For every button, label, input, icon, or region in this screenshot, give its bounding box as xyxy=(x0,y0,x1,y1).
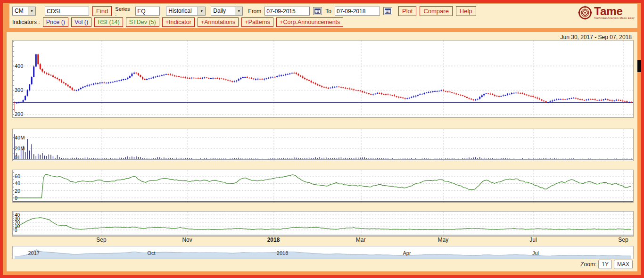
x-axis-label: May xyxy=(438,237,449,243)
x-axis-label: Sep xyxy=(96,237,106,243)
tame-logo-wordmark: Tame Technical Analysis Made Easy xyxy=(594,6,635,19)
help-button[interactable]: Help xyxy=(456,6,476,16)
y-tick-label: 20M xyxy=(15,146,25,151)
toolbar-row-primary: CM ▼ Find Series : Historical ▼ Daily ▼ … xyxy=(12,6,476,16)
period-select-value: Daily xyxy=(211,7,235,15)
stdev-panel-canvas[interactable]: 010203040 xyxy=(13,212,633,236)
compare-button[interactable]: Compare xyxy=(420,6,452,16)
x-axis-label: 2018 xyxy=(267,237,280,243)
toolbar-row-indicators: Indicators : Price () Vol () RSI (14) ST… xyxy=(12,17,343,27)
to-calendar-button[interactable] xyxy=(383,7,392,15)
x-axis-label: Jul xyxy=(529,237,537,243)
to-label: To xyxy=(325,8,331,15)
stdev-indicator-button[interactable]: STDev (5) xyxy=(126,17,159,27)
y-tick-label: 40M xyxy=(15,135,25,140)
tame-logo-subtitle: Technical Analysis Made Easy xyxy=(594,16,635,19)
mode-select-value: Historical xyxy=(166,7,198,15)
y-tick-label: 400 xyxy=(15,63,23,69)
market-select[interactable]: CM ▼ xyxy=(12,7,36,16)
nav-panel-canvas[interactable] xyxy=(13,246,633,259)
navigator-label: Jul xyxy=(532,250,539,256)
from-label: From xyxy=(248,8,261,15)
volume-chart-panel[interactable]: 020M40M xyxy=(12,129,634,161)
rsi-chart-panel[interactable]: 0204060 xyxy=(12,170,634,203)
xaxis-labels: SepNov2018MarMayJulSep xyxy=(12,237,633,244)
symbol-input[interactable] xyxy=(45,7,89,16)
plot-button[interactable]: Plot xyxy=(398,6,416,16)
add-annotations-button[interactable]: +Annotations xyxy=(198,17,239,27)
series-input[interactable] xyxy=(135,7,160,16)
add-patterns-button[interactable]: +Patterns xyxy=(241,17,273,27)
tame-logo: Tame Technical Analysis Made Easy xyxy=(578,5,635,20)
from-calendar-button[interactable] xyxy=(313,7,322,15)
zoom-max-button[interactable]: MAX xyxy=(614,260,633,269)
app-frame: CM ▼ Find Series : Historical ▼ Daily ▼ … xyxy=(0,0,644,278)
main-toolbar: CM ▼ Find Series : Historical ▼ Daily ▼ … xyxy=(9,4,637,28)
mode-select[interactable]: Historical ▼ xyxy=(166,7,206,16)
indicators-label: Indicators : xyxy=(12,19,40,25)
vol-indicator-button[interactable]: Vol () xyxy=(71,17,91,27)
y-tick-label: 20 xyxy=(15,188,20,194)
price-indicator-button[interactable]: Price () xyxy=(43,17,68,27)
x-axis-label: Mar xyxy=(356,237,366,243)
price-chart-panel[interactable]: 200300400 xyxy=(12,40,634,118)
date-range-label: Jun 30, 2017 - Sep 07, 2018 xyxy=(561,34,632,41)
navigator-label: 2018 xyxy=(277,250,288,256)
price-panel-canvas[interactable]: 200300400 xyxy=(13,41,633,117)
y-tick-label: 300 xyxy=(15,87,23,93)
calendar-icon xyxy=(385,8,391,14)
navigator-label: Oct xyxy=(147,250,155,256)
y-tick-label: 0 xyxy=(15,195,17,201)
stdev-chart-panel[interactable]: 010203040 xyxy=(12,211,634,237)
volume-panel-canvas[interactable]: 020M40M xyxy=(13,129,633,161)
y-tick-label: 40 xyxy=(15,180,20,186)
zoom-controls: Zoom: 1Y MAX xyxy=(580,260,633,269)
chevron-down-icon[interactable]: ▼ xyxy=(28,7,35,15)
calendar-icon xyxy=(314,8,321,14)
navigator-label: 2017 xyxy=(28,250,39,256)
add-corp-announcements-button[interactable]: +Corp.Announcements xyxy=(276,17,343,27)
from-date-input[interactable] xyxy=(264,7,310,16)
y-tick-label: 40 xyxy=(15,213,20,218)
rsi-panel-canvas[interactable]: 0204060 xyxy=(13,170,633,202)
series-label: Series : xyxy=(115,7,132,16)
zoom-label: Zoom: xyxy=(580,261,596,268)
navigator-panel[interactable]: 2017Oct2018AprJul xyxy=(12,246,634,259)
chevron-down-icon[interactable]: ▼ xyxy=(235,7,242,15)
period-select[interactable]: Daily ▼ xyxy=(211,7,243,16)
x-axis-label: Sep xyxy=(618,237,628,243)
x-axis-label: Nov xyxy=(182,237,192,243)
y-tick-label: 200 xyxy=(15,111,23,117)
zoom-1y-button[interactable]: 1Y xyxy=(598,260,612,269)
scrollbar-thumb[interactable] xyxy=(637,60,643,72)
y-tick-label: 0 xyxy=(15,155,17,160)
tame-logo-text: Tame xyxy=(594,6,635,16)
find-button[interactable]: Find xyxy=(92,6,112,16)
navigator-label: Apr xyxy=(403,250,411,256)
chart-area: Jun 30, 2017 - Sep 07, 2018 200300400 02… xyxy=(7,32,637,271)
rsi-indicator-button[interactable]: RSI (14) xyxy=(94,17,123,27)
chevron-down-icon[interactable]: ▼ xyxy=(198,7,205,15)
market-select-value: CM xyxy=(13,7,28,15)
y-tick-label: 60 xyxy=(15,173,20,179)
tame-logo-icon xyxy=(578,5,593,20)
to-date-input[interactable] xyxy=(335,7,380,16)
add-indicator-button[interactable]: +Indicator xyxy=(162,17,195,27)
